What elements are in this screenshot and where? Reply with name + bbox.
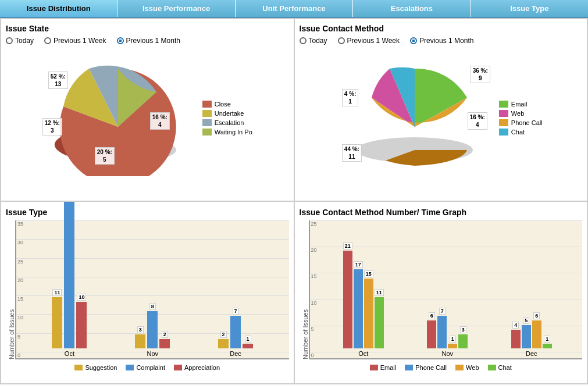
radio-prev-week-state[interactable]: Previous 1 Week: [44, 37, 106, 45]
contact-bar-dec-chat: 1: [543, 336, 552, 348]
contact-bar-oct-email-value: 21: [343, 243, 352, 249]
issue-state-title: Issue State: [6, 24, 289, 33]
contact-bar-oct-web-value: 15: [364, 270, 373, 277]
tab-issue-performance[interactable]: Issue Performance: [117, 0, 235, 17]
contact-bar-nov-web-rect: [448, 344, 457, 348]
issue-type-bars: 11 33 10 Oct: [16, 220, 289, 358]
issue-type-chart-wrapper: Number of Issues 35 30 25 20 15 10 5 0: [6, 220, 289, 359]
bar-dec-appreciation: 1: [243, 336, 253, 348]
legend-close: Close: [202, 101, 252, 108]
label-chat: 16 %:4: [468, 112, 487, 130]
bar-dec-suggestion-value: 2: [220, 331, 227, 338]
contact-bar-oct-phonecall: 17: [354, 261, 363, 348]
issue-contact-method-title: Issue Contact Method: [300, 24, 583, 33]
label-phone: 44 %:11: [342, 144, 362, 162]
bar-oct-complaint: 33: [64, 201, 74, 348]
contact-bar-nov-phonecall: 7: [437, 308, 447, 348]
bar-nov-suggestion: 3: [135, 326, 145, 348]
radio-prev-month-contact[interactable]: Previous 1 Month: [410, 37, 473, 45]
contact-method-bars: 21 17 15 11: [310, 220, 583, 358]
bar-group-oct: 11 33 10 Oct: [52, 201, 87, 357]
bar-dec-appreciation-value: 1: [245, 336, 251, 343]
contact-bar-nov-web-value: 1: [450, 336, 456, 343]
legend-complaint-label: Complaint: [136, 364, 165, 371]
issue-contact-legend: Email Web Phone Call Chat: [499, 101, 543, 136]
legend-complaint: Complaint: [126, 364, 165, 371]
legend-undertake: Undertake: [202, 110, 252, 117]
label-undertake: 16 %:4: [150, 112, 170, 130]
bar-oct-suggestion-rect: [52, 297, 62, 348]
label-email: 36 %:9: [471, 66, 490, 83]
bar-nov-complaint-value: 8: [149, 303, 156, 310]
legend-email: Email: [499, 101, 543, 108]
legend-cm-chat-color: [488, 365, 496, 370]
legend-waiting-color: [202, 129, 212, 136]
contact-bar-group-nov-bars: 6 7 1 3: [427, 308, 468, 348]
radio-today-contact[interactable]: Today: [300, 37, 327, 45]
bar-dec-complaint: 7: [230, 308, 241, 348]
radio-prev-week-contact[interactable]: Previous 1 Week: [338, 37, 400, 45]
bar-group-dec-bars: 2 7 1: [218, 308, 253, 348]
bar-oct-complaint-rect: [64, 201, 74, 348]
contact-bar-oct-chat-rect: [375, 297, 384, 348]
bar-nov-complaint: 8: [147, 303, 158, 348]
tab-bar: Issue Distribution Issue Performance Uni…: [0, 0, 588, 18]
tab-issue-type[interactable]: Issue Type: [471, 0, 588, 17]
radio-today-state-label: Today: [15, 37, 34, 45]
contact-bar-dec-phonecall: 5: [522, 317, 531, 348]
issue-state-pie-container: 52 %:13 16 %:4 20 %:5 12 %:3: [42, 60, 194, 176]
legend-cm-phonecall: Phone Call: [405, 364, 447, 371]
legend-suggestion-label: Suggestion: [85, 364, 117, 371]
contact-bar-nov-phonecall-rect: [437, 316, 447, 348]
contact-method-graph-title: Issue Contact Method Number/ Time Graph: [300, 208, 583, 217]
issue-type-chart-inner: 35 30 25 20 15 10 5 0 11: [15, 220, 289, 359]
legend-cm-phonecall-label: Phone Call: [415, 364, 447, 371]
contact-bar-nov-email-rect: [427, 320, 436, 348]
bar-nov-suggestion-value: 3: [137, 326, 144, 333]
radio-prev-month-state[interactable]: Previous 1 Month: [117, 37, 180, 45]
contact-bar-nov-phonecall-value: 7: [439, 308, 446, 315]
legend-email-label: Email: [511, 101, 528, 108]
legend-close-color: [202, 101, 212, 108]
legend-cm-chat: Chat: [488, 364, 512, 371]
contact-bar-nov-email: 6: [427, 312, 436, 348]
legend-chat: Chat: [499, 129, 543, 136]
panel-issue-contact-method: Issue Contact Method Today Previous 1 We…: [294, 19, 588, 201]
contact-bar-nov-web: 1: [448, 336, 457, 348]
tab-unit-performance[interactable]: Unit Performance: [236, 0, 353, 17]
bar-group-dec-label: Dec: [230, 350, 241, 357]
legend-chat-label: Chat: [511, 129, 525, 136]
issue-contact-chart-area: 36 %:9 4 %:1 44 %:11 16 %:4 Email Web Ph…: [300, 49, 583, 187]
contact-bar-dec-chat-rect: [543, 344, 552, 348]
bar-dec-appreciation-rect: [243, 344, 253, 348]
contact-bar-dec-phonecall-rect: [522, 325, 531, 348]
bar-group-dec: 2 7 1 Dec: [218, 308, 253, 357]
label-escalation: 20 %:5: [95, 147, 115, 165]
radio-prev-week-contact-circle: [338, 37, 345, 44]
legend-web: Web: [499, 110, 543, 117]
legend-waiting: Waiting In Po: [202, 129, 252, 136]
bar-oct-appreciation-value: 10: [77, 294, 86, 301]
legend-web-label: Web: [511, 110, 524, 117]
radio-today-state[interactable]: Today: [6, 37, 34, 45]
contact-method-chart-inner: 25 20 15 10 5 0 21: [309, 220, 583, 359]
panel-issue-type-bar: Issue Type Number of Issues 35 30 25 20 …: [1, 201, 294, 384]
bar-group-nov: 3 8 2 Nov: [135, 303, 170, 357]
radio-prev-week-contact-label: Previous 1 Week: [347, 37, 400, 45]
legend-email-color: [499, 101, 508, 108]
contact-bar-oct-email-rect: [343, 251, 352, 348]
legend-escalation-label: Escalation: [215, 119, 244, 126]
contact-bar-dec-email-value: 4: [512, 322, 519, 329]
radio-prev-week-state-circle: [44, 37, 51, 44]
tab-issue-distribution[interactable]: Issue Distribution: [0, 0, 117, 17]
legend-cm-chat-label: Chat: [498, 364, 512, 371]
contact-bar-oct-chat-value: 11: [375, 289, 384, 296]
panel-issue-state: Issue State Today Previous 1 Week Previo…: [1, 19, 294, 201]
tab-escalations[interactable]: Escalations: [353, 0, 471, 17]
legend-phone-call-label: Phone Call: [511, 119, 543, 126]
issue-type-legend: Suggestion Complaint Appreciation: [6, 364, 289, 371]
issue-contact-pie-container: 36 %:9 4 %:1 44 %:11 16 %:4: [339, 60, 490, 176]
legend-appreciation-color: [174, 365, 182, 370]
legend-web-color: [499, 110, 508, 117]
legend-suggestion: Suggestion: [74, 364, 117, 371]
